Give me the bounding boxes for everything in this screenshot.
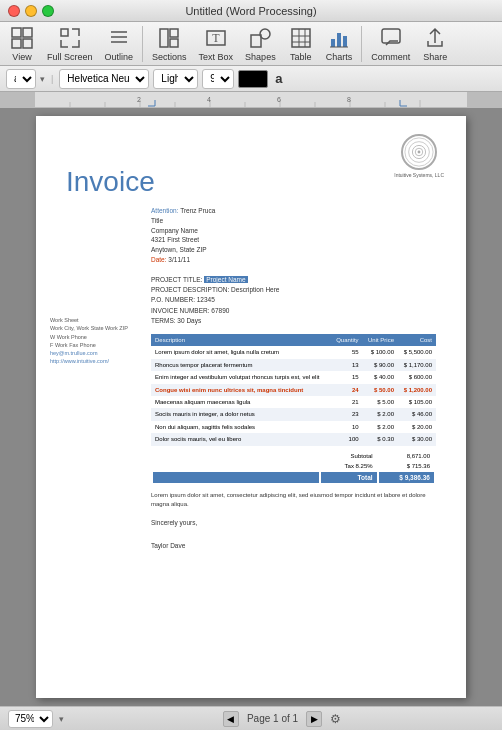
style-arrow: ▾	[40, 74, 45, 84]
toolbar-charts[interactable]: Charts	[321, 24, 358, 64]
toolbar-share[interactable]: Share	[417, 24, 453, 64]
page-area: Intuitive Systems, LLC Invoice Attention…	[0, 108, 502, 706]
close-button[interactable]	[8, 5, 20, 17]
table-row: Sociis mauris in integer, a dolor netus …	[151, 408, 436, 420]
toolbar-view[interactable]: View	[4, 24, 40, 64]
table-row: Rhoncus tempor placerat fermentum 13 $ 9…	[151, 359, 436, 371]
shapes-icon	[248, 26, 272, 50]
svg-text:T: T	[212, 31, 220, 45]
project-desc-value: Description Here	[231, 286, 279, 293]
footer-text: Lorem ipsum dolor sit amet, consectetur …	[151, 491, 436, 509]
bottom-bar: 75% ▾ ◀ Page 1 of 1 ▶ ⚙	[0, 706, 502, 730]
row-unit: $ 2.00	[363, 421, 398, 433]
shapes-label: Shapes	[245, 52, 276, 62]
toolbar-comment[interactable]: Comment	[366, 24, 415, 64]
window-title: Untitled (Word Processing)	[185, 5, 316, 17]
textbox-icon: T	[204, 26, 228, 50]
row-unit: $ 2.00	[363, 408, 398, 420]
font-color-label: a	[272, 71, 285, 86]
company-logo: Intuitive Systems, LLC	[394, 134, 444, 178]
subtotal-value: 8,671.00	[379, 452, 434, 460]
next-page-button[interactable]: ▶	[306, 711, 322, 727]
po-number: P.O. NUMBER: 12345	[151, 296, 215, 303]
row-qty: 100	[331, 433, 363, 445]
col-unit-price: Unit Price	[363, 334, 398, 346]
prev-page-button[interactable]: ◀	[223, 711, 239, 727]
fullscreen-label: Full Screen	[47, 52, 93, 62]
fullscreen-icon	[58, 26, 82, 50]
row-qty: 23	[331, 408, 363, 420]
svg-rect-27	[467, 92, 502, 108]
subtotal-label: Subtotal	[321, 452, 376, 460]
sections-label: Sections	[152, 52, 187, 62]
row-desc: Sociis mauris in integer, a dolor netus	[151, 408, 331, 420]
svg-point-14	[260, 29, 270, 39]
row-desc: Dolor sociis mauris, vel eu libero	[151, 433, 331, 445]
col-quantity: Quantity	[331, 334, 363, 346]
svg-rect-21	[337, 33, 341, 47]
settings-icon[interactable]: ⚙	[330, 712, 341, 726]
project-info: PROJECT TITLE: Project Name PROJECT DESC…	[151, 275, 436, 327]
table-row: Lorem ipsum dolor sit amet, ligula nulla…	[151, 346, 436, 358]
attention-value: Trenz Pruca	[180, 207, 215, 214]
subtotals-table: Subtotal 8,671.00 Tax 8.25% $ 715.36 Tot…	[151, 450, 436, 485]
zoom-select[interactable]: 75%	[8, 710, 53, 728]
row-desc: Non dui aliquam, sagittis felis sodales	[151, 421, 331, 433]
work-phone: W Work Phone	[50, 333, 130, 341]
fax: F Work Fax Phone	[50, 341, 130, 349]
toolbar-table[interactable]: Table	[283, 24, 319, 64]
left-column: Work Sheet Work City, Work State Work ZI…	[50, 316, 130, 366]
toolbar-shapes[interactable]: Shapes	[240, 24, 281, 64]
charts-icon	[327, 26, 351, 50]
style-select[interactable]: a	[6, 69, 36, 89]
minimize-button[interactable]	[25, 5, 37, 17]
size-select[interactable]: 9	[202, 69, 234, 89]
svg-rect-9	[170, 29, 178, 37]
closing: Sincerely yours,	[151, 517, 436, 529]
svg-rect-0	[12, 28, 21, 37]
outline-icon	[107, 26, 131, 50]
toolbar-textbox[interactable]: T Text Box	[194, 24, 239, 64]
logo-circle	[401, 134, 437, 170]
col-cost: Cost	[398, 334, 436, 346]
row-desc: Rhoncus tempor placerat fermentum	[151, 359, 331, 371]
maximize-button[interactable]	[42, 5, 54, 17]
zoom-arrow: ▾	[59, 714, 64, 724]
table-row: Maecenas aliquam maecenas ligula 21 $ 5.…	[151, 396, 436, 408]
toolbar-outline[interactable]: Outline	[100, 24, 139, 64]
row-qty: 15	[331, 371, 363, 383]
row-qty: 21	[331, 396, 363, 408]
comment-icon	[379, 26, 403, 50]
document-page[interactable]: Intuitive Systems, LLC Invoice Attention…	[36, 116, 466, 698]
row-cost: $ 46.00	[398, 408, 436, 420]
svg-rect-13	[251, 35, 261, 47]
charts-label: Charts	[326, 52, 353, 62]
row-cost: $ 1,170.00	[398, 359, 436, 371]
window-controls[interactable]	[8, 5, 54, 17]
row-cost: $ 1,200.00	[398, 384, 436, 396]
svg-rect-4	[61, 29, 68, 36]
col-description: Description	[151, 334, 331, 346]
row-unit: $ 0.30	[363, 433, 398, 445]
weight-select[interactable]: Light	[153, 69, 198, 89]
row-cost: $ 105.00	[398, 396, 436, 408]
toolbar-sections[interactable]: Sections	[147, 24, 192, 64]
row-cost: $ 600.00	[398, 371, 436, 383]
worksheet: Work Sheet	[50, 316, 130, 324]
font-select[interactable]: Helvetica Neue	[59, 69, 149, 89]
date-label: Date:	[151, 256, 167, 263]
table-icon	[289, 26, 313, 50]
city: Work City, Work State Work ZIP	[50, 324, 130, 332]
toolbar-fullscreen[interactable]: Full Screen	[42, 24, 98, 64]
color-picker[interactable]	[238, 70, 268, 88]
invoice-title: Invoice	[66, 166, 436, 198]
table-row: Enim integer ad vestibulum volutpat rhon…	[151, 371, 436, 383]
attention-label: Attention:	[151, 207, 178, 214]
svg-rect-20	[331, 39, 335, 47]
total-value: $ 9,386.36	[379, 472, 434, 483]
svg-point-47	[418, 151, 421, 154]
svg-rect-2	[12, 39, 21, 48]
table-row: Non dui aliquam, sagittis felis sodales …	[151, 421, 436, 433]
svg-text:2: 2	[137, 96, 141, 103]
project-title-value: Project Name	[204, 276, 247, 283]
